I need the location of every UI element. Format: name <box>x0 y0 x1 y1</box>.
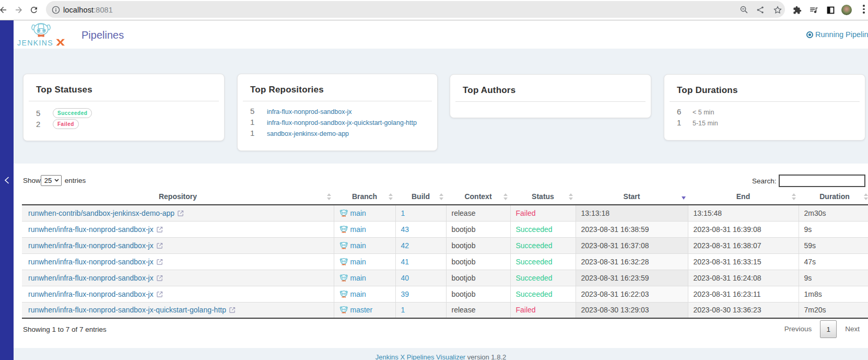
svg-text:JENKINS: JENKINS <box>17 39 53 47</box>
